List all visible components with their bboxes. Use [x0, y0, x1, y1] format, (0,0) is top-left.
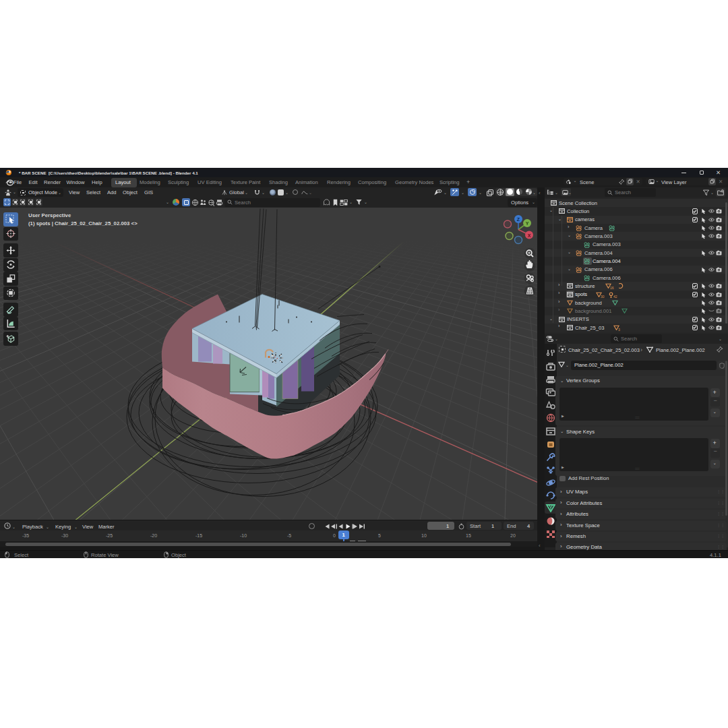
svg-text:X: X — [528, 233, 531, 238]
svg-text:Z: Z — [517, 217, 520, 222]
svg-text:Y: Y — [526, 221, 529, 226]
